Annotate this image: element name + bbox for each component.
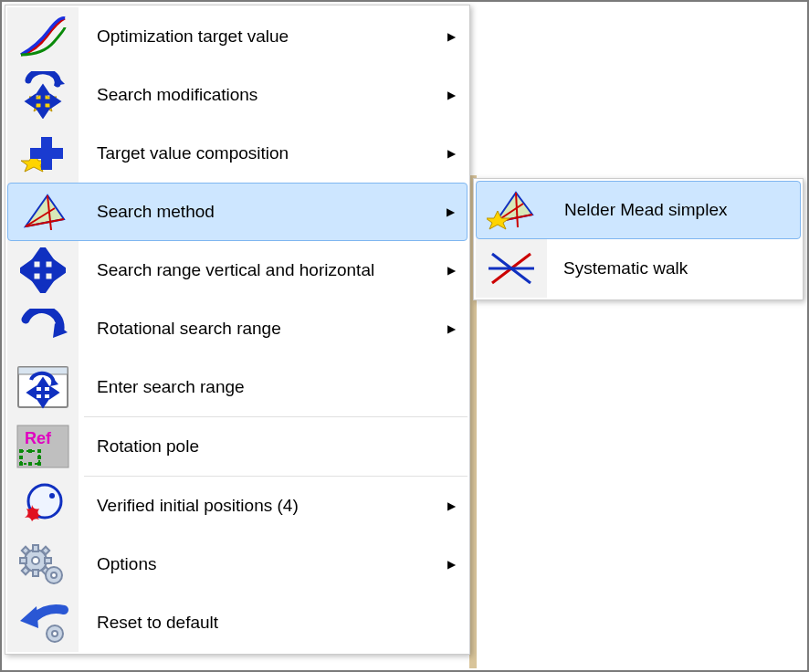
svg-marker-30 bbox=[51, 389, 57, 396]
svg-rect-35 bbox=[28, 449, 32, 453]
svg-rect-38 bbox=[28, 462, 32, 466]
simplex-star-icon bbox=[477, 181, 548, 239]
svg-marker-4 bbox=[39, 88, 47, 93]
svg-point-58 bbox=[52, 631, 58, 636]
svg-rect-40 bbox=[19, 456, 23, 459]
svg-rect-34 bbox=[19, 449, 23, 453]
svg-rect-47 bbox=[33, 570, 38, 576]
menu-item-search-method[interactable]: Search method ▶ bbox=[7, 183, 468, 241]
submenu-arrow-icon: ▶ bbox=[435, 558, 468, 571]
svg-rect-10 bbox=[30, 148, 63, 159]
submenu-item-systematic-walk[interactable]: Systematic walk bbox=[476, 239, 801, 298]
svg-rect-48 bbox=[20, 558, 26, 563]
svg-marker-29 bbox=[29, 389, 35, 396]
svg-marker-28 bbox=[39, 400, 47, 405]
svg-marker-27 bbox=[39, 380, 47, 385]
svg-rect-41 bbox=[37, 456, 41, 459]
move-star-icon bbox=[7, 66, 79, 124]
rotate-arrow-icon bbox=[7, 299, 79, 358]
submenu-item-nelder-mead-simplex[interactable]: Nelder Mead simplex bbox=[476, 181, 801, 239]
svg-rect-39 bbox=[37, 462, 41, 466]
svg-rect-36 bbox=[37, 449, 41, 453]
curves-icon bbox=[7, 7, 79, 66]
submenu-arrow-icon: ▶ bbox=[435, 30, 468, 43]
ref-icon: Ref bbox=[7, 417, 79, 476]
svg-marker-56 bbox=[20, 606, 38, 628]
undo-gear-icon bbox=[7, 593, 79, 652]
menu-item-label: Target value composition bbox=[79, 143, 435, 163]
menu-item-label: Options bbox=[79, 554, 435, 574]
menu-item-label: Search method bbox=[79, 202, 434, 222]
svg-marker-17 bbox=[37, 249, 49, 258]
svg-text:Ref: Ref bbox=[25, 429, 52, 447]
menu-item-rotational-search-range[interactable]: Rotational search range ▶ bbox=[7, 299, 468, 358]
cross-lines-icon bbox=[476, 239, 547, 298]
search-method-submenu: Nelder Mead simplex Systematic walk bbox=[473, 178, 804, 300]
svg-point-43 bbox=[49, 493, 55, 499]
submenu-arrow-icon: ▶ bbox=[434, 205, 467, 218]
dialog-move-icon bbox=[7, 358, 79, 416]
submenu-arrow-icon: ▶ bbox=[435, 322, 468, 335]
submenu-arrow-icon: ▶ bbox=[435, 499, 468, 512]
menu-item-optimization-target-value[interactable]: Optimization target value ▶ bbox=[7, 7, 468, 66]
menu-item-label: Rotational search range bbox=[79, 319, 435, 339]
submenu-item-label: Nelder Mead simplex bbox=[548, 200, 800, 220]
plus-star-icon bbox=[7, 124, 79, 183]
menu-item-label: Search range vertical and horizontal bbox=[79, 260, 435, 280]
menu-item-enter-search-range[interactable]: Enter search range bbox=[7, 358, 468, 416]
menu-item-verified-initial-positions[interactable]: Verified initial positions (4) ▶ bbox=[7, 477, 468, 535]
submenu-arrow-icon: ▶ bbox=[435, 264, 468, 277]
window-frame: Optimization target value ▶ bbox=[0, 0, 809, 672]
menu-item-label: Optimization target value bbox=[79, 26, 435, 47]
menu-item-label: Search modifications bbox=[79, 85, 435, 105]
svg-marker-19 bbox=[22, 264, 31, 277]
menu-list: Optimization target value ▶ bbox=[7, 7, 468, 652]
circle-splat-icon bbox=[7, 477, 79, 535]
main-context-menu: Optimization target value ▶ bbox=[5, 5, 470, 655]
menu-item-reset-to-default[interactable]: Reset to default bbox=[7, 593, 468, 652]
svg-marker-18 bbox=[37, 282, 49, 291]
menu-item-search-range-vh[interactable]: Search range vertical and horizontal ▶ bbox=[7, 241, 468, 299]
menu-item-rotation-pole[interactable]: Ref Rotation pole bbox=[7, 417, 468, 476]
svg-marker-7 bbox=[52, 98, 58, 105]
gears-icon bbox=[7, 535, 79, 593]
submenu-arrow-icon: ▶ bbox=[435, 147, 468, 160]
svg-point-45 bbox=[32, 557, 39, 564]
svg-point-55 bbox=[51, 572, 57, 578]
submenu-arrow-icon: ▶ bbox=[435, 89, 468, 101]
svg-rect-46 bbox=[33, 545, 38, 551]
svg-marker-5 bbox=[39, 110, 47, 115]
menu-item-label: Enter search range bbox=[79, 377, 435, 397]
menu-item-label: Reset to default bbox=[79, 613, 435, 633]
menu-item-label: Rotation pole bbox=[79, 436, 435, 457]
menu-item-options[interactable]: Options ▶ bbox=[7, 535, 468, 593]
submenu-item-label: Systematic walk bbox=[547, 258, 801, 278]
svg-rect-37 bbox=[19, 462, 23, 466]
svg-marker-6 bbox=[28, 98, 34, 105]
move-arrows-icon bbox=[7, 241, 79, 299]
menu-item-target-value-composition[interactable]: Target value composition ▶ bbox=[7, 124, 468, 183]
menu-item-label: Verified initial positions (4) bbox=[79, 496, 435, 516]
svg-rect-49 bbox=[45, 558, 51, 563]
svg-marker-20 bbox=[55, 264, 64, 277]
simplex-icon bbox=[8, 183, 79, 241]
menu-item-search-modifications[interactable]: Search modifications ▶ bbox=[7, 66, 468, 124]
